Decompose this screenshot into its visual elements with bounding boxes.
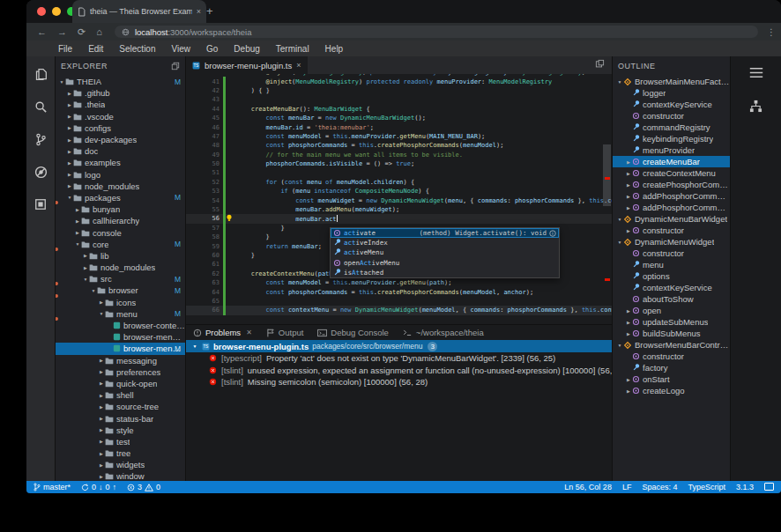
problem-row[interactable]: [tslint]unused expression, expected an a…	[186, 365, 612, 377]
tree-item-examples[interactable]: ▶examples	[56, 157, 185, 168]
git-sync-status[interactable]: 0↓ 0↑	[81, 483, 116, 491]
tree-item-menu[interactable]: ▼menuM	[56, 308, 185, 320]
class-hierarchy-icon[interactable]	[749, 100, 762, 113]
outline-item-browsermainmenufactory[interactable]: ▼BrowserMainMenuFactory	[613, 76, 730, 87]
outline-item-constructor[interactable]: constructor	[613, 248, 730, 259]
tree-item-widgets[interactable]: ▶widgets	[56, 459, 185, 470]
tree-item-window[interactable]: ▶window	[56, 470, 185, 481]
scrollbar-thumb[interactable]	[603, 144, 611, 206]
outline-item-logger[interactable]: logger	[613, 87, 730, 99]
home-icon[interactable]: ⌂	[96, 26, 102, 37]
code-editor[interactable]: 40@inject(KeybindingRegistry) protected …	[186, 74, 612, 324]
activity-source-control-button[interactable]	[32, 130, 49, 148]
code-line-55[interactable]: 55menuBar.addMenu(menuWidget);	[186, 205, 612, 214]
code-line-51[interactable]: 51	[186, 168, 612, 177]
tree-item-shell[interactable]: ▶shell	[56, 389, 185, 401]
panel-tab-problems[interactable]: Problems✕	[193, 328, 252, 337]
code-line-53[interactable]: 53if (menu instanceof CompositeMenuNode)…	[186, 187, 612, 196]
menu-edit[interactable]: Edit	[88, 44, 103, 54]
reload-icon[interactable]: ⟳	[78, 26, 86, 38]
outline-item-contextkeyservice[interactable]: contextKeyService	[613, 99, 730, 110]
outline-item-constructor[interactable]: ▶constructor	[613, 225, 730, 236]
code-line-63[interactable]: 63const menuModel = this.menuProvider.ge…	[186, 278, 612, 287]
outline-item-contextkeyservice[interactable]: contextKeyService	[613, 282, 730, 293]
menu-terminal[interactable]: Terminal	[276, 44, 309, 54]
tree-item-.github[interactable]: ▶.github	[56, 87, 185, 99]
tree-item-callhierarchy[interactable]: ▶callhierarchy	[56, 215, 185, 226]
tree-item-bunyan[interactable]: ▶bunyan	[56, 203, 185, 215]
indentation-indicator[interactable]: Spaces: 4	[642, 483, 677, 491]
outline-item-commandregistry[interactable]: commandRegistry	[613, 122, 730, 133]
feedback-icon[interactable]	[764, 483, 774, 492]
minimize-window-button[interactable]	[52, 7, 61, 16]
tree-item-core[interactable]: ▼coreM	[56, 239, 185, 250]
code-line-44[interactable]: 44createMenuBar(): MenuBarWidget {	[186, 105, 612, 114]
tree-item-configs[interactable]: ▶configs	[56, 122, 185, 134]
problems-status[interactable]: 3 0	[127, 483, 160, 491]
outline-item-options[interactable]: options	[613, 270, 730, 282]
cursor-position[interactable]: Ln 56, Col 28	[564, 483, 612, 491]
outline-item-menuprovider[interactable]: menuProvider	[613, 144, 730, 156]
code-line-42[interactable]: 42) { }	[186, 86, 612, 95]
panel-tab-output[interactable]: Output	[266, 328, 304, 337]
problem-row[interactable]: [tslint]Missing semicolon (semicolon) [1…	[186, 376, 612, 388]
menu-help[interactable]: Help	[325, 44, 344, 54]
activity-extensions-button[interactable]	[32, 196, 49, 213]
back-icon[interactable]: ←	[37, 26, 47, 37]
outline-item-createlogo[interactable]: ▶createLogo	[613, 385, 730, 396]
tree-item-node-modules[interactable]: ▶node_modules	[56, 181, 185, 192]
split-editor-icon[interactable]	[595, 59, 605, 69]
code-line-66[interactable]: 66const contextMenu = new DynamicMenuWid…	[186, 306, 612, 314]
outline-item-createcontextmenu[interactable]: ▶createContextMenu	[613, 167, 730, 179]
collapse-folders-icon[interactable]	[171, 62, 180, 70]
new-tab-button[interactable]: +	[206, 4, 213, 18]
code-line-54[interactable]: 54const menuWidget = new DynamicMenuWidg…	[186, 196, 612, 204]
code-line-41[interactable]: 41@inject(MenuModelRegistry) protected r…	[186, 77, 612, 85]
code-line-65[interactable]: 65	[186, 297, 612, 306]
tree-item-logo[interactable]: ▶logo	[56, 169, 185, 181]
menu-view[interactable]: View	[172, 44, 191, 54]
activity-search-button[interactable]	[32, 98, 49, 115]
outline-view-icon[interactable]	[749, 67, 763, 78]
typescript-version[interactable]: 3.1.3	[736, 483, 754, 491]
menu-debug[interactable]: Debug	[234, 44, 259, 54]
tree-item-preferences[interactable]: ▶preferences	[56, 366, 185, 378]
outline-item-browsermenubarcontrib-[interactable]: ▼BrowserMenuBarContrib...	[613, 339, 730, 351]
suggest-item-activemenu[interactable]: activeMenu	[331, 248, 559, 257]
outline-item-buildsubmenus[interactable]: ▶buildSubMenus	[613, 328, 730, 339]
tree-item-dev-packages[interactable]: ▶dev-packages	[56, 134, 185, 145]
problems-file-group[interactable]: ▼ TS browser-menu-plugin.ts packages/cor…	[186, 340, 612, 352]
browser-menu-icon[interactable]: ⋮	[767, 27, 776, 37]
outline-item-onstart[interactable]: ▶onStart	[613, 373, 730, 385]
outline-item-dynamicmenuwidget[interactable]: ▼DynamicMenuWidget	[613, 236, 730, 248]
tree-item-packages[interactable]: ▼packagesM	[56, 192, 185, 203]
code-line-56[interactable]: 56menuBar.act	[186, 214, 612, 223]
menu-go[interactable]: Go	[206, 44, 218, 54]
tree-item-style[interactable]: ▶style	[56, 425, 185, 436]
suggest-item-activate[interactable]: activate(method) Widget.activate(): void	[331, 228, 559, 238]
code-line-64[interactable]: 64const phosphorCommands = this.createPh…	[186, 287, 612, 296]
tree-item-.theia[interactable]: ▶.theia	[56, 99, 185, 110]
tree-item-node-modules[interactable]: ▶node_modules	[56, 262, 185, 273]
tree-item-browser-context-menu-r...[interactable]: browser-context-menu-r...	[56, 320, 185, 331]
tree-item-icons[interactable]: ▶icons	[56, 297, 185, 308]
code-line-48[interactable]: 48const phosphorCommands = this.createPh…	[186, 141, 612, 150]
menu-file[interactable]: File	[58, 44, 72, 54]
tree-item-browser[interactable]: ▼browserM	[56, 284, 185, 296]
git-branch-status[interactable]: master*	[33, 483, 71, 491]
code-line-52[interactable]: 52for (const menu of menuModel.children)…	[186, 178, 612, 187]
tree-item-tree[interactable]: ▶tree	[56, 447, 185, 459]
editor-scrollbar[interactable]	[603, 74, 611, 324]
outline-item-dynamicmenubarwidget[interactable]: ▼DynamicMenuBarWidget	[613, 213, 730, 225]
outline-item-menu[interactable]: menu	[613, 259, 730, 270]
tab-close-icon[interactable]: ×	[197, 7, 201, 16]
browser-tab[interactable]: theia — Theia Browser Example ×	[72, 0, 206, 23]
tree-item-status-bar[interactable]: ▶status-bar	[56, 412, 185, 424]
suggest-item-openactivemenu[interactable]: openActiveMenu	[331, 258, 559, 268]
close-window-button[interactable]	[37, 7, 46, 16]
editor-tab-close-icon[interactable]: ×	[296, 61, 301, 70]
code-line-43[interactable]: 43	[186, 95, 612, 104]
code-line-50[interactable]: 50phosphorCommands.isVisible = () => tru…	[186, 159, 612, 168]
problem-row[interactable]: [typescript]Property 'act' does not exis…	[186, 352, 612, 365]
tree-item-lib[interactable]: ▶lib	[56, 250, 185, 262]
